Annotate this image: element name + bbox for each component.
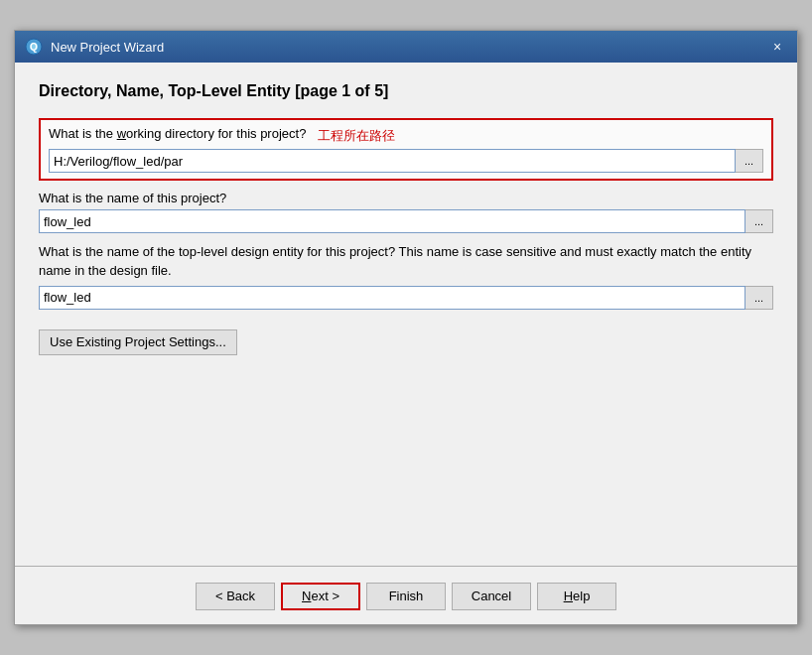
working-dir-browse-button[interactable]: ... [736,149,763,173]
project-name-input-row: ... [39,209,773,233]
back-button[interactable]: < Back [196,583,275,610]
project-name-input[interactable] [39,209,745,233]
cancel-button[interactable]: Cancel [452,583,531,610]
title-bar-left: Q New Project Wizard [25,38,164,56]
working-dir-label-row: What is the working directory for this p… [49,126,763,145]
working-dir-section: What is the working directory for this p… [39,118,773,181]
dialog-content: Directory, Name, Top-Level Entity [page … [15,63,797,366]
working-dir-label: What is the working directory for this p… [49,126,306,141]
next-button[interactable]: Next > [281,583,360,610]
top-level-entity-browse-button[interactable]: ... [745,286,773,310]
project-name-browse-button[interactable]: ... [745,209,773,233]
bottom-divider [15,566,797,567]
top-level-entity-input[interactable] [39,286,745,310]
top-level-entity-description: What is the name of the top-level design… [39,243,773,279]
title-bar: Q New Project Wizard × [15,31,797,63]
project-name-label: What is the name of this project? [39,191,773,205]
svg-text:Q: Q [30,42,38,53]
project-name-section: What is the name of this project? ... [39,191,773,233]
top-level-entity-input-row: ... [39,286,773,310]
wizard-icon: Q [25,38,43,56]
help-button[interactable]: Help [537,583,616,610]
new-project-wizard-dialog: Q New Project Wizard × Directory, Name, … [14,30,798,624]
use-existing-settings-button[interactable]: Use Existing Project Settings... [39,329,237,355]
close-button[interactable]: × [767,37,787,57]
content-spacer [15,367,797,566]
working-dir-annotation: 工程所在路径 [318,127,395,145]
finish-button[interactable]: Finish [366,583,446,610]
working-dir-input-row: ... [49,149,763,173]
button-bar: < Back Next > Finish Cancel Help [15,575,797,624]
title-bar-title: New Project Wizard [51,40,164,55]
page-heading: Directory, Name, Top-Level Entity [page … [39,82,773,100]
working-dir-input[interactable] [49,149,736,173]
top-level-entity-section: What is the name of the top-level design… [39,243,773,309]
